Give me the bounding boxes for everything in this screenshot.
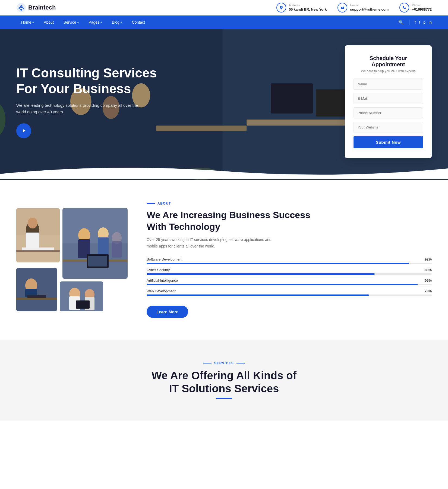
skill-bar-background — [147, 263, 432, 264]
nav-link-service[interactable]: Service + — [59, 15, 84, 29]
appointment-subtitle: We here to help you 24/7 with experts — [354, 69, 423, 73]
hero-section: IT Consulting Services For Your Business… — [0, 29, 448, 180]
nav-item-service[interactable]: Service + — [59, 15, 84, 29]
facebook-icon[interactable]: f — [415, 20, 416, 24]
email-contact: E-mail support@rstheme.com — [337, 3, 389, 12]
skill-name: Software Development — [147, 257, 182, 261]
top-bar: Braintech Address 05 kandi BR, New York … — [0, 0, 448, 15]
about-title: We Are Increasing Business Success With … — [147, 209, 432, 232]
main-navbar: Home + About Service + Pages + Blog + — [0, 15, 448, 29]
appointment-card: Schedule Your Appointment We here to hel… — [345, 45, 432, 158]
svg-rect-43 — [76, 300, 90, 309]
svg-rect-28 — [98, 237, 109, 256]
svg-rect-20 — [26, 233, 39, 249]
skill-item: Cyber Security 80% — [147, 268, 432, 275]
skill-bar-fill — [147, 284, 418, 285]
submit-button[interactable]: Submit Now — [354, 136, 423, 148]
skill-item: Software Development 92% — [147, 257, 432, 264]
skill-percentage: 80% — [425, 268, 432, 272]
skill-name: Cyber Security — [147, 268, 170, 272]
appointment-title: Schedule Your Appointment — [354, 55, 423, 68]
skill-bar-fill — [147, 263, 409, 264]
learn-more-button[interactable]: Learn More — [147, 306, 188, 318]
brand-name: Braintech — [28, 4, 56, 11]
skill-bar-fill — [147, 273, 375, 275]
hero-wave — [0, 163, 448, 180]
address-icon — [276, 3, 286, 12]
nav-link-blog[interactable]: Blog + — [107, 15, 127, 29]
skill-name: Artificial Intelligence — [147, 278, 178, 283]
about-section: ABOUT We Are Increasing Business Success… — [0, 180, 448, 340]
divider — [409, 20, 409, 25]
skill-item: Artificial Intelligence 95% — [147, 278, 432, 285]
nav-link-pages[interactable]: Pages + — [84, 15, 107, 29]
search-icon[interactable]: 🔍 — [398, 20, 404, 25]
address-contact: Address 05 kandi BR, New York — [276, 3, 327, 12]
about-image-4 — [60, 281, 103, 311]
nav-menu: Home + About Service + Pages + Blog + — [16, 15, 150, 29]
nav-item-home[interactable]: Home + — [16, 15, 39, 29]
hero-content: IT Consulting Services For Your Business… — [16, 65, 179, 138]
services-label-line — [203, 363, 212, 363]
services-section: SERVICES We Are Offering All Kinds of IT… — [0, 340, 448, 421]
email-value: support@rstheme.com — [350, 7, 389, 11]
play-icon — [21, 128, 26, 133]
skill-name: Web Development — [147, 289, 176, 293]
address-value: 05 kandi BR, New York — [289, 7, 327, 11]
svg-point-1 — [20, 9, 22, 11]
phone-label: Phone — [412, 4, 432, 7]
services-underline — [216, 398, 232, 399]
svg-rect-37 — [27, 295, 46, 298]
svg-rect-34 — [16, 298, 57, 300]
phone-contact: Phone +019988772 — [399, 3, 432, 12]
about-image-2 — [62, 208, 128, 279]
about-section-label: ABOUT — [147, 202, 432, 205]
nav-link-about[interactable]: About — [39, 15, 59, 29]
svg-rect-21 — [22, 247, 54, 250]
svg-point-19 — [28, 218, 37, 228]
pinterest-icon[interactable]: p — [423, 20, 425, 24]
nav-item-about[interactable]: About — [39, 15, 59, 29]
phone-icon — [399, 3, 409, 12]
nav-link-contact[interactable]: Contact — [127, 15, 150, 29]
about-images — [16, 208, 130, 311]
hero-title: IT Consulting Services For Your Business — [16, 65, 179, 96]
skill-bar-background — [147, 284, 432, 285]
skill-bar-fill — [147, 294, 369, 296]
label-line — [147, 203, 155, 204]
svg-marker-14 — [23, 129, 26, 132]
skill-bar-background — [147, 294, 432, 296]
phone-input[interactable] — [354, 107, 423, 118]
brand-logo[interactable]: Braintech — [16, 3, 56, 12]
email-input[interactable] — [354, 93, 423, 104]
logo-icon — [16, 3, 26, 12]
services-label-text: SERVICES — [214, 361, 234, 365]
skill-percentage: 92% — [425, 257, 432, 261]
services-title: We Are Offering All Kinds of IT Solution… — [16, 369, 432, 395]
skill-percentage: 95% — [425, 278, 432, 283]
play-button[interactable] — [16, 123, 31, 138]
name-input[interactable] — [354, 79, 423, 90]
services-label-line-right — [236, 363, 245, 363]
svg-rect-30 — [88, 256, 107, 267]
about-description: Over 25 years working in IT services dev… — [147, 237, 277, 250]
email-label: E-mail — [350, 4, 389, 7]
nav-link-home[interactable]: Home + — [16, 15, 39, 29]
nav-item-pages[interactable]: Pages + — [84, 15, 107, 29]
nav-item-contact[interactable]: Contact — [127, 15, 150, 29]
nav-social-links: 🔍 f t p in — [398, 20, 432, 25]
skill-bar-background — [147, 273, 432, 275]
skills-list: Software Development 92% Cyber Security … — [147, 257, 432, 296]
skill-percentage: 78% — [425, 289, 432, 293]
services-label: SERVICES — [16, 361, 432, 365]
svg-rect-6 — [271, 83, 313, 114]
svg-rect-17 — [16, 250, 60, 252]
hero-description: We are leading technology solutions prov… — [16, 102, 147, 115]
website-input[interactable] — [354, 122, 423, 133]
address-label: Address — [289, 4, 327, 7]
twitter-icon[interactable]: t — [419, 20, 420, 24]
nav-item-blog[interactable]: Blog + — [107, 15, 127, 29]
about-content: ABOUT We Are Increasing Business Success… — [147, 202, 432, 318]
instagram-icon[interactable]: in — [429, 20, 432, 24]
top-contact-bar: Address 05 kandi BR, New York E-mail sup… — [276, 3, 432, 12]
